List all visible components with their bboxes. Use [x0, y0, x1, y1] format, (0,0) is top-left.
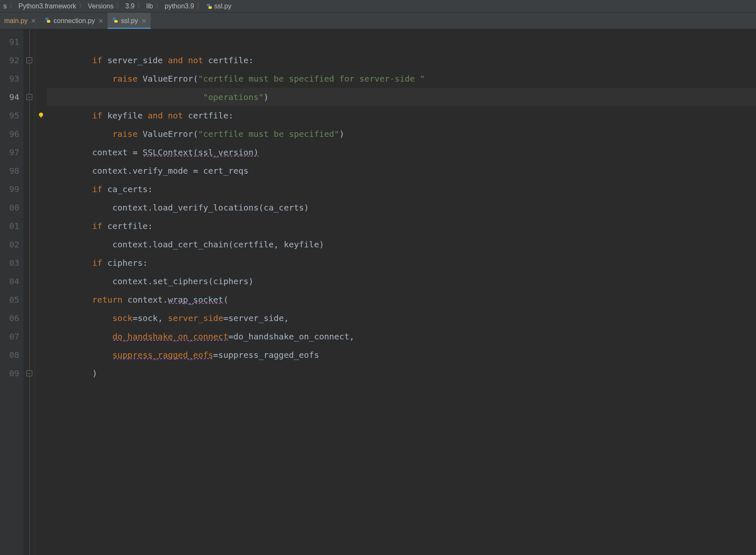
chevron-right-icon: 〉: [137, 2, 144, 10]
line-number[interactable]: 03: [0, 254, 23, 272]
breadcrumb-item[interactable]: Python3.framework: [18, 3, 76, 10]
line-number-gutter[interactable]: 91929394959697989900010203040506070809: [0, 29, 23, 555]
intention-gutter: [35, 29, 47, 555]
code-line[interactable]: sock=sock, server_side=server_side,: [47, 309, 756, 327]
svg-rect-3: [47, 20, 50, 23]
code-line[interactable]: suppress_ragged_eofs=suppress_ragged_eof…: [47, 346, 756, 364]
chevron-right-icon: 〉: [9, 2, 16, 10]
svg-rect-2: [45, 18, 49, 20]
line-number[interactable]: 94: [0, 88, 23, 106]
svg-rect-1: [208, 6, 212, 9]
code-line[interactable]: context.verify_mode = cert_reqs: [47, 162, 756, 180]
svg-rect-4: [113, 18, 116, 20]
code-line[interactable]: raise ValueError("certfile must be speci…: [47, 69, 756, 88]
line-number[interactable]: 98: [0, 162, 23, 180]
close-icon[interactable]: ✕: [98, 18, 103, 24]
fold-end-icon[interactable]: −: [26, 94, 32, 100]
svg-rect-5: [114, 20, 118, 23]
code-line[interactable]: do_handshake_on_connect=do_handshake_on_…: [47, 327, 756, 346]
code-line[interactable]: if ca_certs:: [47, 180, 756, 198]
tab-ssl-py[interactable]: ssl.py ✕: [108, 13, 151, 29]
code-editor[interactable]: 91929394959697989900010203040506070809 −…: [0, 29, 756, 555]
breadcrumb-item[interactable]: s: [3, 3, 7, 10]
code-area[interactable]: if server_side and not certfile: raise V…: [47, 29, 756, 555]
intention-bulb-icon[interactable]: [38, 110, 44, 121]
code-line[interactable]: ): [47, 364, 756, 383]
line-number[interactable]: 97: [0, 143, 23, 162]
tab-label: ssl.py: [121, 17, 138, 25]
svg-rect-7: [40, 117, 42, 118]
line-number[interactable]: 93: [0, 69, 23, 88]
svg-point-6: [39, 113, 43, 117]
fold-collapse-icon[interactable]: −: [26, 57, 32, 63]
line-number[interactable]: 99: [0, 180, 23, 198]
line-number[interactable]: 96: [0, 125, 23, 143]
line-number[interactable]: 06: [0, 309, 23, 327]
code-line[interactable]: if certfile:: [47, 217, 756, 235]
code-line[interactable]: if keyfile and not certfile:: [47, 106, 756, 125]
tab-bar: main.py ✕ connection.py ✕ ssl.py ✕: [0, 13, 756, 29]
python-file-icon: [44, 17, 51, 25]
line-number[interactable]: 92: [0, 51, 23, 69]
line-number[interactable]: 09: [0, 364, 23, 383]
code-line[interactable]: raise ValueError("certfile must be speci…: [47, 125, 756, 143]
code-line[interactable]: context = SSLContext(ssl_version): [47, 143, 756, 162]
tab-connection-py[interactable]: connection.py ✕: [40, 13, 108, 29]
line-number[interactable]: 07: [0, 327, 23, 346]
code-line[interactable]: if ciphers:: [47, 254, 756, 272]
breadcrumb-item[interactable]: Versions: [88, 3, 113, 10]
fold-gutter[interactable]: −−−: [23, 29, 35, 555]
code-line[interactable]: return context.wrap_socket(: [47, 290, 756, 309]
svg-rect-0: [207, 4, 210, 6]
fold-end-icon[interactable]: −: [26, 370, 32, 376]
chevron-right-icon: 〉: [155, 2, 162, 10]
code-line[interactable]: [47, 33, 756, 51]
chevron-right-icon: 〉: [79, 2, 85, 10]
code-line[interactable]: context.load_verify_locations(ca_certs): [47, 198, 756, 217]
line-number[interactable]: 91: [0, 33, 23, 51]
breadcrumb-bar: s 〉 Python3.framework 〉 Versions 〉 3.9 〉…: [0, 0, 756, 13]
code-line[interactable]: context.set_ciphers(ciphers): [47, 272, 756, 290]
breadcrumb-item[interactable]: lib: [146, 3, 153, 10]
close-icon[interactable]: ✕: [31, 18, 36, 24]
line-number[interactable]: 95: [0, 106, 23, 125]
line-number[interactable]: 00: [0, 198, 23, 217]
line-number[interactable]: 08: [0, 346, 23, 364]
chevron-right-icon: 〉: [197, 2, 203, 10]
code-line[interactable]: "operations"): [47, 88, 756, 106]
tab-label: connection.py: [54, 17, 95, 25]
chevron-right-icon: 〉: [116, 2, 123, 10]
line-number[interactable]: 02: [0, 235, 23, 254]
tab-label: main.py: [4, 17, 28, 25]
code-line[interactable]: if server_side and not certfile:: [47, 51, 756, 69]
line-number[interactable]: 01: [0, 217, 23, 235]
python-file-icon: [206, 3, 213, 10]
line-number[interactable]: 05: [0, 290, 23, 309]
breadcrumb-item[interactable]: ssl.py: [206, 3, 231, 10]
tab-main-py[interactable]: main.py ✕: [0, 13, 40, 29]
code-line[interactable]: context.load_cert_chain(certfile, keyfil…: [47, 235, 756, 254]
breadcrumb-item[interactable]: 3.9: [125, 3, 134, 10]
line-number[interactable]: 04: [0, 272, 23, 290]
python-file-icon: [112, 17, 118, 25]
close-icon[interactable]: ✕: [141, 18, 147, 24]
breadcrumb-item[interactable]: python3.9: [165, 3, 194, 10]
